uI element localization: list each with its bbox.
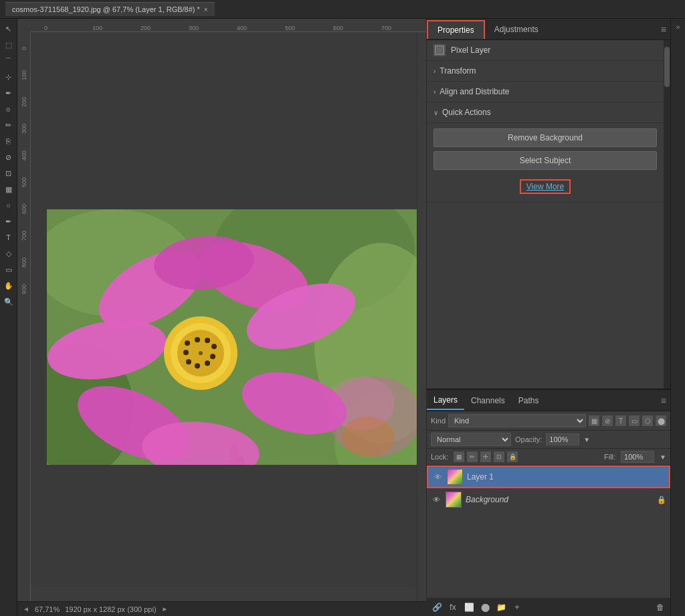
tab-channels[interactable]: Channels	[464, 392, 512, 409]
layer-effects-icon[interactable]: fx	[447, 601, 459, 613]
lock-artboard-btn[interactable]: ⊡	[494, 451, 504, 462]
flower-canvas	[47, 209, 417, 465]
lock-image-btn[interactable]: ✏	[467, 451, 478, 462]
heal-tool-icon[interactable]: ⌾	[1, 102, 16, 116]
kind-select[interactable]: Kind	[448, 414, 586, 427]
tab-paths[interactable]: Paths	[512, 392, 546, 409]
zoom-tool-icon[interactable]: 🔍	[1, 294, 16, 309]
properties-outer: Pixel Layer › Transform › Align and Dist…	[427, 40, 670, 389]
properties-scroll[interactable]: Pixel Layer › Transform › Align and Dist…	[427, 40, 664, 389]
delete-layer-icon[interactable]: 🗑	[654, 601, 666, 613]
pen-tool-icon[interactable]: ✒	[1, 214, 16, 229]
eraser-tool-icon[interactable]: ⊡	[1, 166, 16, 181]
new-group-icon[interactable]: 📁	[495, 601, 507, 613]
transform-section-header[interactable]: › Transform	[427, 61, 664, 82]
fill-input[interactable]	[621, 451, 654, 463]
layer-item-background[interactable]: 👁 Background 🔒	[427, 488, 670, 511]
blend-mode-select[interactable]: Normal	[431, 433, 511, 446]
tab-layers[interactable]: Layers	[427, 391, 464, 410]
quick-actions-title: Quick Actions	[442, 108, 491, 117]
select-subject-button[interactable]: Select Subject	[433, 151, 657, 170]
canvas-right-scrollbar[interactable]	[417, 32, 426, 601]
canvas-bottom-bg	[31, 464, 417, 587]
quick-actions-arrow: ∨	[433, 109, 438, 116]
opacity-arrow[interactable]: ▼	[583, 436, 590, 443]
adjustment-layer-icon[interactable]: ⬤	[479, 601, 491, 613]
brush-tool-icon[interactable]: ✏	[1, 118, 16, 132]
svg-point-27	[195, 363, 200, 369]
tab-properties[interactable]: Properties	[427, 20, 485, 39]
zoom-level: 67,71%	[35, 605, 60, 613]
properties-tabs: Properties Adjustments ≡	[427, 19, 670, 40]
layer1-visibility-toggle[interactable]: 👁	[432, 472, 443, 482]
svg-point-21	[185, 340, 190, 346]
select-tool-icon[interactable]: ⬚	[1, 37, 16, 52]
lock-all-btn[interactable]: 🔒	[507, 451, 518, 462]
layers-filter-row: Kind Kind ▦ ⊘ T ▭ ⬡ ⬤	[427, 411, 670, 431]
transform-title: Transform	[439, 66, 476, 76]
layers-menu-icon[interactable]: ≡	[661, 395, 666, 406]
opacity-input[interactable]	[546, 433, 579, 445]
quick-actions-section-header[interactable]: ∨ Quick Actions	[427, 102, 664, 123]
svg-rect-33	[437, 47, 442, 53]
link-layers-icon[interactable]: 🔗	[431, 601, 443, 613]
filter-toggle-icon[interactable]: ⬤	[656, 415, 666, 426]
gradient-tool-icon[interactable]: ▦	[1, 182, 16, 197]
left-toolbar: ↖ ⬚ ⌒ ⊹ ✒ ⌾ ✏ ⎘ ⊘ ⊡ ▦ ○ ✒ T ◇ ▭ ✋ 🔍	[0, 19, 17, 616]
view-more-link[interactable]: View More	[520, 179, 571, 194]
filter-adjust-icon[interactable]: ⊘	[602, 415, 613, 426]
quick-actions-content: Remove Background Select Subject View Mo…	[427, 123, 664, 203]
type-tool-icon[interactable]: T	[1, 230, 16, 245]
align-arrow: ›	[433, 88, 435, 96]
shape-tool-icon[interactable]: ▭	[1, 262, 16, 277]
layer-item-layer1[interactable]: 👁 Layer 1	[427, 466, 670, 488]
status-arrow-right[interactable]: ►	[162, 605, 169, 613]
svg-point-26	[205, 361, 210, 366]
fill-arrow[interactable]: ▼	[660, 453, 666, 461]
layer1-thumbnail	[447, 469, 463, 485]
canvas-area: 0 100 200 300 400 500 600 700 800 900 10…	[17, 19, 426, 616]
document-title: cosmos-3711568_1920.jpg @ 67,7% (Layer 1…	[12, 5, 200, 13]
canvas-scroll-area[interactable]	[31, 32, 417, 601]
filter-shape-icon[interactable]: ▭	[629, 415, 640, 426]
new-layer-icon[interactable]: +	[511, 601, 523, 613]
lock-position-btn[interactable]: ✛	[480, 451, 491, 462]
background-visibility-toggle[interactable]: 👁	[431, 494, 442, 505]
opacity-label: Opacity:	[515, 435, 542, 443]
lock-icons-group: ▦ ✏ ✛ ⊡ 🔒	[454, 451, 518, 462]
layer1-name: Layer 1	[467, 472, 665, 482]
path-tool-icon[interactable]: ◇	[1, 246, 16, 261]
eyedropper-tool-icon[interactable]: ✒	[1, 86, 16, 100]
tab-close-button[interactable]: ×	[204, 6, 208, 13]
lock-label: Lock:	[431, 453, 448, 461]
canvas-top-bg	[31, 32, 417, 209]
crop-tool-icon[interactable]: ⊹	[1, 70, 16, 84]
filter-smart-icon[interactable]: ⬡	[642, 415, 653, 426]
pixel-layer-label: Pixel Layer	[451, 45, 490, 55]
dodge-tool-icon[interactable]: ○	[1, 198, 16, 213]
properties-scrollbar[interactable]	[664, 40, 670, 389]
history-tool-icon[interactable]: ⊘	[1, 150, 16, 165]
tab-adjustments[interactable]: Adjustments	[485, 21, 548, 38]
lock-transparent-btn[interactable]: ▦	[454, 451, 464, 462]
filter-type-icon[interactable]: T	[615, 415, 626, 426]
remove-background-button[interactable]: Remove Background	[433, 128, 657, 147]
document-tab[interactable]: cosmos-3711568_1920.jpg @ 67,7% (Layer 1…	[5, 2, 215, 16]
layers-panel: Layers Channels Paths ≡ Kind Kind ▦ ⊘ T …	[427, 389, 670, 616]
properties-menu-icon[interactable]: ≡	[661, 24, 666, 35]
clone-tool-icon[interactable]: ⎘	[1, 134, 16, 148]
main-area: ↖ ⬚ ⌒ ⊹ ✒ ⌾ ✏ ⎘ ⊘ ⊡ ▦ ○ ✒ T ◇ ▭ ✋ 🔍 0 10…	[0, 19, 685, 616]
svg-point-25	[210, 354, 215, 359]
vertical-ruler: 0 100 200 300 400 500 600 700 800 900	[17, 32, 31, 601]
side-icon-1[interactable]: »	[674, 21, 681, 32]
hand-tool-icon[interactable]: ✋	[1, 278, 16, 293]
status-arrow-left[interactable]: ◄	[23, 605, 29, 613]
canvas-with-rulers: 0 100 200 300 400 500 600 700 800 900	[17, 32, 426, 601]
add-mask-icon[interactable]: ⬜	[463, 601, 475, 613]
filter-pixel-icon[interactable]: ▦	[589, 415, 599, 426]
properties-scrollbar-thumb[interactable]	[664, 47, 670, 87]
move-tool-icon[interactable]: ↖	[1, 21, 16, 36]
flower-image-svg	[47, 209, 417, 465]
align-distribute-section-header[interactable]: › Align and Distribute	[427, 82, 664, 102]
lasso-tool-icon[interactable]: ⌒	[1, 54, 16, 68]
